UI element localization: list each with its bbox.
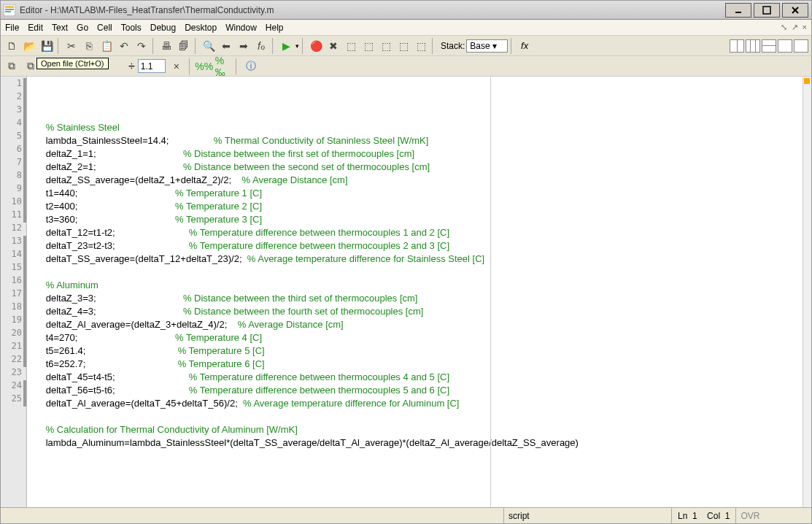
paste-icon[interactable]: 📋 — [98, 38, 115, 54]
code-line[interactable]: % Stainless Steel — [30, 122, 811, 135]
set-breakpoint-icon[interactable]: 🔴 — [308, 38, 324, 54]
line-number[interactable]: 2 — [1, 91, 26, 104]
step-icon[interactable]: ⬚ — [343, 38, 359, 54]
code-line[interactable]: t1=440; % Temperature 1 [C] — [30, 188, 811, 201]
line-gutter[interactable]: 1234567891011121314151617181920212223242… — [1, 77, 27, 507]
code-line[interactable]: t6=252.7; % Temperature 6 [C] — [30, 358, 811, 371]
code-line[interactable] — [30, 266, 811, 280]
tile-2-icon[interactable] — [746, 39, 760, 53]
code-line[interactable]: % Aluminum — [30, 280, 811, 293]
line-number[interactable]: 21 — [1, 341, 26, 354]
print-preview-icon[interactable]: 🗐 — [176, 38, 192, 54]
code-line[interactable]: lambda_Aluminum=lambda_StainlessSteel*(d… — [30, 437, 811, 450]
new-file-icon[interactable]: 🗋 — [4, 38, 20, 54]
continue-icon[interactable]: ⬚ — [395, 38, 411, 54]
line-number[interactable]: 15 — [1, 262, 26, 275]
line-number[interactable]: 7 — [1, 157, 26, 170]
tile-5-icon[interactable] — [794, 39, 808, 53]
line-number[interactable]: 13 — [1, 236, 26, 249]
line-number[interactable]: 5 — [1, 131, 26, 144]
publish-icon[interactable]: %% — [196, 58, 212, 74]
minimize-button[interactable] — [725, 3, 751, 18]
code-line[interactable]: deltaT_45=t4-t5; % Temperature differenc… — [30, 371, 811, 385]
code-line[interactable]: deltaT_56=t5-t6; % Temperature differenc… — [30, 385, 811, 398]
menu-window[interactable]: Window — [225, 23, 257, 33]
code-line[interactable]: % Calculation for Thermal Conductivity o… — [30, 424, 811, 437]
line-number[interactable]: 11 — [1, 209, 26, 223]
code-line[interactable]: deltaZ_1=1; % Distance between the first… — [30, 148, 811, 161]
line-number[interactable]: 1 — [1, 78, 26, 91]
line-number[interactable]: 14 — [1, 249, 26, 262]
line-number[interactable]: 6 — [1, 144, 26, 157]
tile-4-icon[interactable] — [778, 39, 792, 53]
line-number[interactable]: 16 — [1, 275, 26, 288]
stack-select[interactable]: Base ▾ — [466, 39, 508, 53]
line-number[interactable]: 20 — [1, 328, 26, 341]
menu-debug[interactable]: Debug — [150, 23, 176, 33]
menu-go[interactable]: Go — [77, 23, 88, 33]
menu-tools[interactable]: Tools — [121, 23, 142, 33]
line-number[interactable]: 17 — [1, 288, 26, 301]
code-line[interactable]: deltaT_Al_average=(deltaT_45+deltaT_56)/… — [30, 398, 811, 411]
line-number[interactable]: 23 — [1, 367, 26, 380]
code-line[interactable]: deltaZ_SS_average=(deltaZ_1+deltaZ_2)/2;… — [30, 174, 811, 188]
code-line[interactable] — [30, 411, 811, 424]
menu-help[interactable]: Help — [266, 23, 284, 33]
line-number[interactable]: 25 — [1, 393, 26, 407]
run-icon[interactable]: ▶ — [278, 38, 294, 54]
code-line[interactable]: deltaZ_4=3; % Distance between the fourt… — [30, 306, 811, 319]
times-icon[interactable]: × — [169, 58, 185, 74]
tile-3-icon[interactable] — [762, 39, 776, 53]
code-line[interactable]: lambda_StainlessSteel=14.4; % Thermal Co… — [30, 135, 811, 148]
code-line[interactable]: t3=360; % Temperature 3 [C] — [30, 214, 811, 227]
redo-icon[interactable]: ↷ — [134, 38, 150, 54]
line-number[interactable]: 24 — [1, 380, 26, 393]
step-in-icon[interactable]: ⬚ — [360, 38, 376, 54]
code-line[interactable]: t2=400; % Temperature 2 [C] — [30, 201, 811, 214]
line-number[interactable]: 12 — [1, 223, 26, 236]
close-button[interactable] — [782, 3, 808, 18]
code-line[interactable]: t5=261.4; % Temperature 5 [C] — [30, 345, 811, 358]
tile-1-icon[interactable] — [730, 39, 744, 53]
clear-breakpoints-icon[interactable]: ✖ — [325, 38, 341, 54]
cut-icon[interactable]: ✂ — [63, 38, 80, 54]
increment-input[interactable] — [138, 59, 166, 73]
function-hint-icon[interactable]: fℴ — [253, 38, 269, 54]
code-analyzer-strip[interactable] — [803, 77, 811, 507]
info-icon[interactable]: ⓘ — [243, 58, 259, 74]
nav-back-icon[interactable]: ⬅ — [218, 38, 234, 54]
menu-text[interactable]: Text — [52, 23, 68, 33]
menu-file[interactable]: File — [5, 23, 19, 33]
undock-icon[interactable]: ↗ — [792, 23, 798, 32]
line-number[interactable]: 22 — [1, 354, 26, 367]
line-number[interactable]: 10 — [1, 196, 26, 209]
menu-desktop[interactable]: Desktop — [185, 23, 217, 33]
open-file-icon[interactable]: 📂 — [21, 38, 37, 54]
line-number[interactable]: 8 — [1, 170, 26, 183]
save-icon[interactable]: 💾 — [39, 38, 55, 54]
line-number[interactable]: 4 — [1, 117, 26, 131]
code-line[interactable]: t4=270; % Temperature 4 [C] — [30, 332, 811, 345]
code-line[interactable]: deltaT_12=t1-t2; % Temperature differenc… — [30, 227, 811, 240]
code-warning-marker[interactable] — [804, 78, 810, 84]
undo-icon[interactable]: ↶ — [116, 38, 132, 54]
run-dropdown-icon[interactable]: ▾ — [295, 42, 299, 50]
cell-insert-icon[interactable]: ⧉ — [4, 58, 20, 74]
code-line[interactable]: deltaZ_2=1; % Distance between the secon… — [30, 161, 811, 174]
step-out-icon[interactable]: ⬚ — [378, 38, 394, 54]
menu-edit[interactable]: Edit — [28, 23, 43, 33]
copy-icon[interactable]: ⎘ — [81, 38, 97, 54]
print-icon[interactable]: 🖶 — [158, 38, 174, 54]
maximize-button[interactable] — [754, 3, 780, 18]
menu-cell[interactable]: Cell — [97, 23, 112, 33]
code-line[interactable]: deltaT_23=t2-t3; % Temperature differenc… — [30, 240, 811, 253]
find-icon[interactable]: 🔍 — [201, 38, 217, 54]
nav-forward-icon[interactable]: ➡ — [236, 38, 252, 54]
publish2-icon[interactable]: %‰ — [215, 58, 231, 74]
code-line[interactable]: deltaZ_Al_average=(deltaZ_3+deltaZ_4)/2;… — [30, 319, 811, 332]
fx-icon[interactable]: fx — [521, 40, 528, 51]
code-line[interactable]: deltaZ_3=3; % Distance between the third… — [30, 293, 811, 306]
exit-debug-icon[interactable]: ⬚ — [413, 38, 429, 54]
line-number[interactable]: 19 — [1, 315, 26, 328]
line-number[interactable]: 3 — [1, 104, 26, 117]
